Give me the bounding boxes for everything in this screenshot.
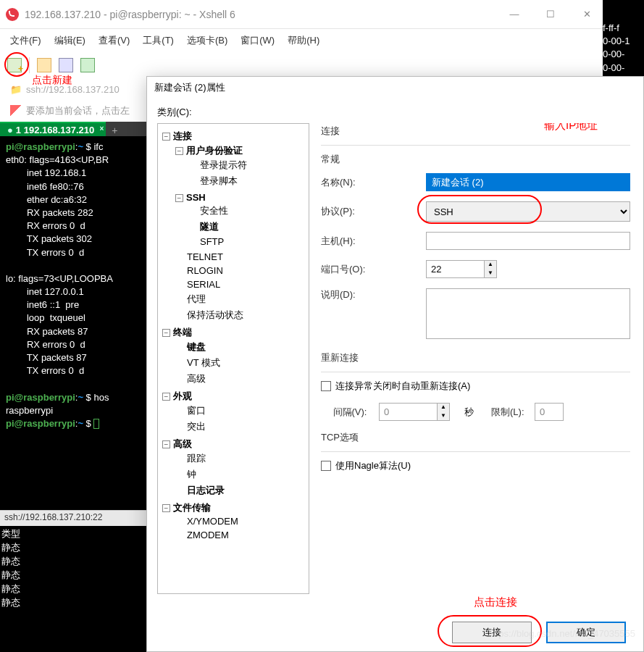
toolbar: + 点击新建 [0, 52, 603, 78]
tree-rlogin[interactable]: RLOGIN [175, 264, 306, 277]
tree-sftp[interactable]: SFTP [188, 235, 306, 248]
tree-toggle-icon[interactable]: − [162, 440, 170, 448]
tree-toggle-icon[interactable]: − [175, 194, 183, 202]
menu-edit[interactable]: 编辑(E) [54, 34, 85, 47]
auto-reconnect-checkbox[interactable]: 连接异常关闭时自动重新连接(A) [321, 380, 470, 393]
desc-label: 说明(D): [321, 288, 426, 301]
menu-view[interactable]: 查看(V) [99, 34, 130, 47]
tool-icon[interactable] [80, 58, 95, 72]
tab-add-button[interactable]: + [106, 125, 123, 136]
port-input[interactable] [426, 260, 484, 278]
annotation-new: 点击新建 [32, 74, 72, 87]
interval-input[interactable] [379, 403, 437, 421]
checkbox-icon [321, 381, 331, 391]
tip-text: 要添加当前会话，点击左 [26, 104, 130, 117]
tree-log[interactable]: 日志记录 [175, 482, 306, 498]
dialog-buttons: 连接 确定 [157, 614, 633, 651]
tree-keyboard[interactable]: 键盘 [175, 339, 306, 355]
toolbar-separator [29, 57, 30, 73]
maximize-button[interactable]: ☐ [540, 9, 561, 20]
limit-input[interactable] [535, 403, 564, 421]
ok-button[interactable]: 确定 [546, 622, 626, 643]
tree-serial[interactable]: SERIAL [175, 277, 306, 291]
tree-window[interactable]: 窗口 [175, 403, 306, 419]
close-button[interactable]: ✕ [577, 9, 597, 20]
desc-input[interactable] [426, 288, 630, 339]
connect-button[interactable]: 连接 [452, 622, 532, 643]
tree-security[interactable]: 安全性 [188, 203, 306, 219]
tree-highlight[interactable]: 突出 [175, 419, 306, 435]
menubar: 文件(F) 编辑(E) 查看(V) 工具(T) 选项卡(B) 窗口(W) 帮助(… [0, 29, 603, 52]
group-reconnect: 重新连接 [321, 351, 630, 364]
port-label: 端口号(O): [321, 263, 426, 276]
tree-xymodem[interactable]: X/YMODEM [175, 514, 306, 528]
tree-zmodem[interactable]: ZMODEM [175, 528, 306, 542]
tree-toggle-icon[interactable]: − [162, 133, 170, 141]
category-label: 类别(C): [157, 106, 633, 119]
tree-ssh[interactable]: SSH [186, 192, 206, 203]
tree-bell[interactable]: 钟 [175, 467, 306, 482]
annotation-connect: 点击连接 [157, 595, 517, 609]
window-title: 192.168.137.210 - pi@raspberrypi: ~ - Xs… [25, 9, 504, 20]
form-panel: 连接 输入IP地址 常规 名称(N): 协议(P): SSH [319, 123, 633, 594]
tree-login-prompt[interactable]: 登录提示符 [188, 157, 306, 173]
tree-keepalive[interactable]: 保持活动状态 [175, 307, 306, 323]
name-field-wrap [426, 173, 630, 191]
protocol-select[interactable]: SSH [426, 201, 630, 222]
category-tree[interactable]: −连接 −用户身份验证 登录提示符 登录脚本 −SSH 安全性 [157, 123, 309, 594]
group-general: 常规 [321, 153, 630, 166]
tree-terminal[interactable]: 终端 [173, 327, 192, 338]
host-input[interactable] [426, 232, 630, 250]
menu-help[interactable]: 帮助(H) [288, 34, 319, 47]
titlebar: 192.168.137.210 - pi@raspberrypi: ~ - Xs… [0, 0, 603, 29]
checkbox-icon [321, 461, 331, 471]
interval-spinner[interactable]: ▲▼ [437, 403, 450, 421]
group-tcp: TCP选项 [321, 431, 630, 444]
tree-appearance[interactable]: 外观 [173, 390, 192, 401]
name-input[interactable] [427, 175, 629, 190]
dialog-title: 新建会话 (2)属性 [147, 77, 643, 99]
name-label: 名称(N): [321, 176, 426, 189]
tree-tunnel[interactable]: 隧道 [188, 219, 306, 235]
section-title: 连接 [321, 125, 630, 138]
menu-window[interactable]: 窗口(W) [241, 34, 275, 47]
host-label: 主机(H): [321, 235, 426, 248]
nagle-checkbox[interactable]: 使用Nagle算法(U) [321, 459, 411, 472]
tree-vt[interactable]: VT 模式 [175, 355, 306, 371]
tree-proxy[interactable]: 代理 [175, 291, 306, 307]
tool-icon[interactable] [59, 58, 73, 72]
tree-toggle-icon[interactable]: − [175, 147, 183, 155]
folder-icon: 📁 [10, 84, 22, 95]
tool-icon[interactable] [37, 58, 51, 72]
sec-label: 秒 [464, 406, 474, 419]
tree-login-script[interactable]: 登录脚本 [188, 173, 306, 189]
port-spinner[interactable]: ▲▼ [484, 260, 497, 278]
auto-reconnect-label: 连接异常关闭时自动重新连接(A) [335, 380, 470, 393]
tab-session[interactable]: ● 1 192.168.137.210 × [0, 122, 106, 136]
tree-connection[interactable]: 连接 [173, 130, 192, 141]
interval-label: 间隔(V): [321, 406, 379, 419]
minimize-button[interactable]: — [504, 9, 524, 20]
tree-telnet[interactable]: TELNET [175, 250, 306, 264]
tree-transfer[interactable]: 文件传输 [173, 502, 211, 513]
tree-trace[interactable]: 跟踪 [175, 451, 306, 467]
separator [321, 145, 630, 146]
xshell-icon [6, 8, 19, 21]
tab-label: 1 192.168.137.210 [16, 125, 94, 135]
tree-advanced[interactable]: 高级 [173, 438, 192, 449]
spin-down-icon: ▼ [485, 269, 496, 278]
tree-toggle-icon[interactable]: − [162, 504, 170, 512]
tree-auth[interactable]: 用户身份验证 [186, 145, 243, 156]
new-session-icon[interactable]: + [7, 58, 22, 72]
tree-adv-t[interactable]: 高级 [175, 371, 306, 387]
separator [321, 372, 630, 372]
nagle-label: 使用Nagle算法(U) [335, 459, 411, 472]
tree-toggle-icon[interactable]: − [162, 329, 170, 337]
tree-toggle-icon[interactable]: − [162, 393, 170, 401]
menu-tabs[interactable]: 选项卡(B) [187, 34, 227, 47]
spin-up-icon: ▲ [485, 261, 496, 269]
cursor-icon [93, 419, 99, 429]
tab-close-icon[interactable]: × [99, 125, 104, 133]
menu-file[interactable]: 文件(F) [10, 34, 41, 47]
menu-tools[interactable]: 工具(T) [143, 34, 174, 47]
